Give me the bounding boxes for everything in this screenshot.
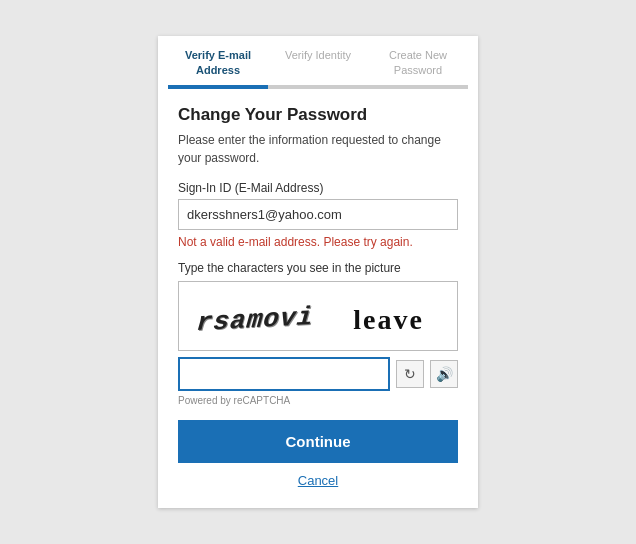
stepper: Verify E-mail Address Verify Identity Cr…	[158, 36, 478, 85]
error-message: Not a valid e-mail address. Please try a…	[178, 235, 458, 249]
form-subtitle: Please enter the information requested t…	[178, 131, 458, 167]
progress-bar	[168, 85, 468, 89]
email-input[interactable]	[178, 199, 458, 230]
recaptcha-label: Powered by reCAPTCHA	[178, 395, 458, 406]
progress-segment-2	[268, 85, 368, 89]
captcha-audio-button[interactable]: 🔊	[430, 360, 458, 388]
cancel-link[interactable]: Cancel	[158, 473, 478, 488]
page-title: Change Your Password	[178, 105, 458, 125]
captcha-label: Type the characters you see in the pictu…	[178, 261, 458, 275]
captcha-text-left: rsamovi	[195, 302, 315, 338]
captcha-text-right: leave	[353, 304, 424, 336]
captcha-image: rsamovi leave	[178, 281, 458, 351]
form-content: Change Your Password Please enter the in…	[158, 89, 478, 406]
password-reset-card: Verify E-mail Address Verify Identity Cr…	[158, 36, 478, 508]
step-create-password: Create New Password	[368, 48, 468, 85]
step-verify-email: Verify E-mail Address	[168, 48, 268, 85]
progress-segment-1	[168, 85, 268, 89]
captcha-refresh-button[interactable]: ↻	[396, 360, 424, 388]
captcha-input[interactable]	[178, 357, 390, 391]
refresh-icon: ↻	[404, 366, 416, 382]
step-verify-identity-label: Verify Identity	[285, 49, 351, 61]
step-verify-email-label: Verify E-mail Address	[185, 49, 251, 75]
step-verify-identity: Verify Identity	[268, 48, 368, 85]
email-field-label: Sign-In ID (E-Mail Address)	[178, 181, 458, 195]
progress-segment-3	[368, 85, 468, 89]
captcha-input-row: ↻ 🔊	[178, 357, 458, 391]
continue-button[interactable]: Continue	[178, 420, 458, 463]
step-create-password-label: Create New Password	[389, 49, 447, 75]
audio-icon: 🔊	[436, 366, 453, 382]
